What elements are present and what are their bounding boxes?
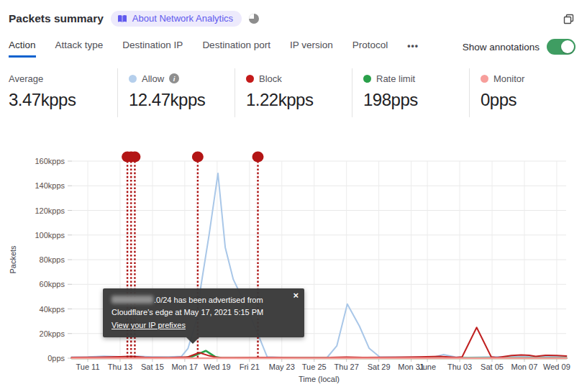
stat-average: Average 3.47kpps [0, 68, 117, 117]
y-axis-title: Packets [9, 245, 17, 274]
stat-block: Block 1.22kpps [235, 68, 352, 117]
x-tick-label: Sat 29 [368, 363, 391, 371]
legend-monitor[interactable]: Monitor [481, 72, 586, 85]
block-dot-icon [246, 75, 254, 83]
y-tick-label: 60kpps [40, 280, 65, 288]
tabs-bar: Action Attack type Destination IP Destin… [0, 37, 587, 58]
stats-bar: Average 3.47kpps Allow i 12.47kpps Block… [0, 68, 587, 117]
y-tick-label: 0pps [47, 354, 65, 363]
stat-allow-label: Allow [142, 73, 164, 84]
stat-monitor-value: 0pps [481, 90, 586, 110]
tab-action[interactable]: Action [9, 40, 36, 58]
annotation-dot[interactable] [252, 152, 263, 163]
show-annotations-toggle[interactable] [547, 39, 575, 55]
annotation-dot[interactable] [192, 152, 204, 163]
tab-attack-type[interactable]: Attack type [55, 40, 104, 58]
y-tick-label: 100kpps [35, 231, 65, 240]
stat-rate-limit: Rate limit 198pps [352, 68, 469, 117]
legend-allow[interactable]: Allow i [129, 72, 235, 85]
stat-average-value: 3.47kpps [9, 90, 117, 110]
stat-rate-limit-label: Rate limit [376, 73, 415, 84]
stat-rate-limit-value: 198pps [363, 90, 469, 110]
y-tick-label: 120kpps [35, 206, 65, 215]
close-icon[interactable]: × [293, 291, 299, 300]
stat-monitor: Monitor 0pps [469, 68, 586, 117]
x-tick-label: Thu 27 [335, 363, 359, 371]
annotation-tooltip: × .0/24 has been advertised from Cloudfl… [103, 288, 304, 337]
x-tick-label: June [419, 363, 436, 371]
redacted-ip [112, 296, 153, 304]
allow-dot-icon [129, 75, 137, 83]
x-tick-label: Tue 11 [76, 363, 99, 371]
y-tick-label: 20kpps [40, 329, 65, 338]
panel-header: Packets summary About Network Analytics [0, 0, 587, 29]
show-annotations-group: Show annotations [463, 39, 575, 58]
legend-block[interactable]: Block [246, 72, 352, 85]
tooltip-message: .0/24 has been advertised from Cloudflar… [112, 294, 287, 319]
toggle-knob [561, 40, 574, 53]
pie-chart-icon[interactable] [248, 13, 260, 24]
x-tick-label: Thu 03 [447, 363, 472, 371]
x-tick-label: Mon 17 [172, 363, 199, 371]
tab-protocol[interactable]: Protocol [352, 40, 388, 58]
more-tabs-icon[interactable]: ••• [407, 41, 419, 58]
chart-canvas: 0pps20kpps40kpps60kpps80kpps100kpps120kp… [0, 142, 587, 392]
x-tick-label: Wed 19 [204, 363, 231, 371]
rate-limit-dot-icon [363, 75, 371, 83]
tab-destination-port[interactable]: Destination port [202, 40, 270, 58]
x-tick-label: Thu 13 [108, 363, 132, 371]
stat-block-label: Block [259, 73, 282, 84]
x-axis-title: Time (local) [299, 375, 340, 383]
copy-icon[interactable] [563, 14, 574, 24]
view-ip-prefixes-link[interactable]: View your IP prefixes [112, 319, 186, 332]
about-badge-label: About Network Analytics [132, 13, 233, 24]
y-tick-label: 140kpps [35, 181, 65, 190]
packets-summary-panel: Packets summary About Network Analytics … [0, 0, 587, 392]
page-title: Packets summary [9, 12, 104, 25]
tab-ip-version[interactable]: IP version [290, 40, 333, 58]
y-tick-label: 160kpps [35, 157, 65, 165]
x-tick-label: May 23 [269, 363, 295, 371]
y-tick-label: 40kpps [40, 305, 65, 314]
x-tick-label: Tue 25 [302, 363, 327, 371]
stat-allow-value: 12.47kpps [129, 90, 235, 110]
x-tick-label: Fri 21 [240, 363, 260, 371]
stat-block-value: 1.22kpps [246, 90, 352, 110]
legend-rate-limit[interactable]: Rate limit [363, 72, 469, 85]
book-icon [117, 14, 127, 23]
tab-destination-ip[interactable]: Destination IP [122, 40, 183, 58]
show-annotations-label: Show annotations [463, 42, 540, 53]
stat-allow: Allow i 12.47kpps [117, 68, 235, 117]
annotation-dot[interactable] [129, 152, 140, 163]
stat-average-label: Average [9, 73, 43, 84]
info-icon[interactable]: i [169, 73, 179, 83]
stat-monitor-label: Monitor [493, 73, 524, 84]
packets-chart: 0pps20kpps40kpps60kpps80kpps100kpps120kp… [0, 142, 587, 392]
tooltip-arrow [186, 337, 199, 344]
about-network-analytics-badge[interactable]: About Network Analytics [111, 11, 242, 27]
x-tick-label: Mon 07 [511, 363, 538, 371]
x-tick-label: Sat 05 [481, 363, 504, 371]
x-tick-label: Sat 15 [141, 363, 164, 371]
x-tick-label: Wed 09 [543, 363, 570, 371]
monitor-dot-icon [481, 75, 488, 83]
y-tick-label: 80kpps [40, 255, 65, 264]
